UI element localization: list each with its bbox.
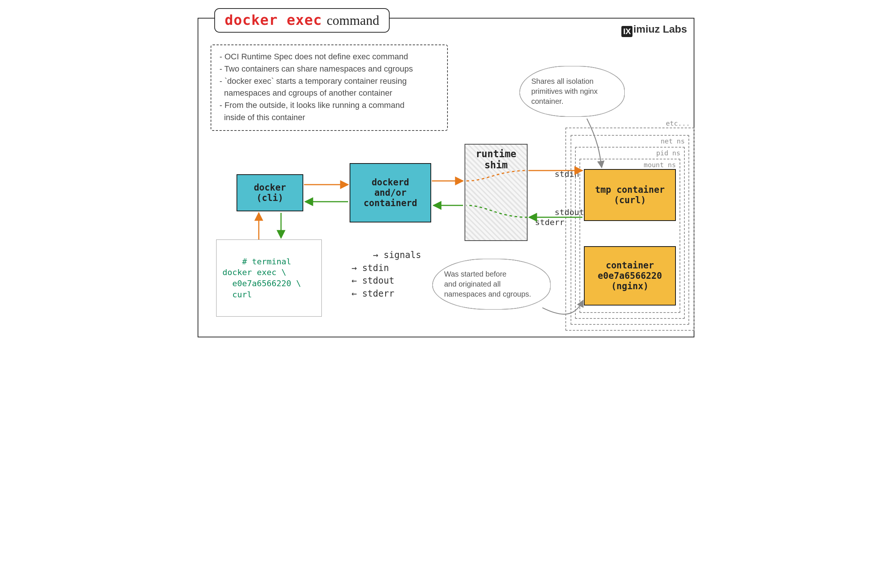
notes-box: - OCI Runtime Spec does not define exec … [211,45,448,131]
dockerd-text: dockerd and/or containerd [364,177,417,208]
diagram-canvas: docker exec command IXimiuz Labs - OCI R… [194,8,698,341]
note-line: namespaces and cgroups of another contai… [219,87,439,99]
runtime-shim-text: runtime shim [476,148,516,171]
brand-text: imiuz Labs [633,23,687,35]
docker-cli-text: docker (cli) [254,182,286,203]
ns-net-label: net ns [661,137,685,145]
terminal-text: # terminal docker exec \ e0e7a6566220 \ … [222,257,301,299]
ns-etc-label: etc... [666,119,690,127]
stdin-label: stdin [535,160,579,188]
note-line: - `docker exec` starts a temporary conta… [219,76,439,87]
terminal-box: # terminal docker exec \ e0e7a6566220 \ … [216,240,322,316]
stdout-label: stdout stderr [535,198,584,237]
runtime-shim-box: runtime shim [465,144,528,241]
signals-list: → signals → stdin ← stdout ← stderr [351,236,421,313]
cloud-shares-isolation: Shares all isolation primitives with ngi… [520,67,624,116]
title-code: docker exec [225,12,322,28]
ns-pid-label: pid ns [656,149,680,157]
nginx-container-text: container e0e7a6566220 (nginx) [598,260,662,291]
brand-icon: IX [621,26,633,37]
branding: IXimiuz Labs [621,23,687,37]
tmp-container-box: tmp container (curl) [584,169,676,221]
signals-text: → signals → stdin ← stdout ← stderr [351,250,421,299]
note-line: - From the outside, it looks like runnin… [219,100,439,111]
title-badge: docker exec command [214,8,390,33]
dockerd-box: dockerd and/or containerd [349,163,431,222]
cloud-top-text: Shares all isolation primitives with ngi… [531,77,598,105]
tmp-container-text: tmp container (curl) [595,184,665,206]
cloud-started-before: Was started before and originated all na… [433,260,550,309]
cloud-bottom-text: Was started before and originated all na… [444,270,531,298]
title-suffix: command [327,13,379,28]
note-line: inside of this container [219,112,439,123]
note-line: - OCI Runtime Spec does not define exec … [219,51,439,63]
nginx-container-box: container e0e7a6566220 (nginx) [584,246,676,306]
docker-cli-box: docker (cli) [237,174,303,212]
ns-mount-label: mount ns [644,161,676,169]
note-line: - Two containers can share namespaces an… [219,63,439,75]
